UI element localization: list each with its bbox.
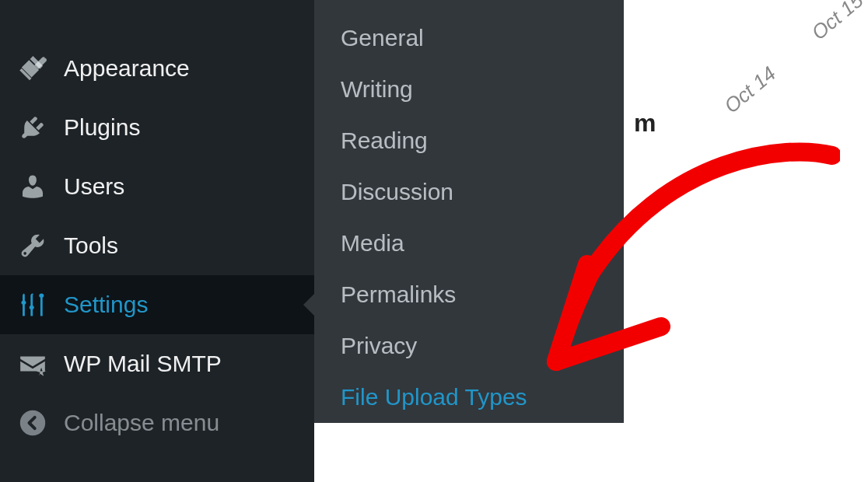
sidebar-label: WP Mail SMTP bbox=[64, 351, 222, 377]
appearance-icon bbox=[17, 53, 48, 84]
date-label: Oct 14 bbox=[719, 61, 781, 118]
sidebar-label: Tools bbox=[64, 232, 118, 259]
submenu-item-writing[interactable]: Writing bbox=[314, 64, 624, 115]
submenu-item-general[interactable]: General bbox=[314, 12, 624, 64]
svg-point-0 bbox=[20, 410, 45, 435]
sidebar-label: Plugins bbox=[64, 114, 140, 141]
settings-submenu: General Writing Reading Discussion Media… bbox=[314, 0, 624, 423]
sidebar-label: Appearance bbox=[64, 55, 190, 82]
submenu-item-discussion[interactable]: Discussion bbox=[314, 166, 624, 218]
submenu-item-reading[interactable]: Reading bbox=[314, 115, 624, 166]
submenu-item-permalinks[interactable]: Permalinks bbox=[314, 269, 624, 320]
settings-icon bbox=[17, 289, 48, 320]
submenu-item-privacy[interactable]: Privacy bbox=[314, 320, 624, 372]
date-label: Oct 15 bbox=[807, 0, 868, 45]
collapse-icon bbox=[17, 407, 48, 438]
users-icon bbox=[17, 171, 48, 202]
admin-sidebar: Appearance Plugins Users Tools Settings … bbox=[0, 0, 314, 482]
sidebar-item-users[interactable]: Users bbox=[0, 157, 314, 216]
tools-icon bbox=[17, 230, 48, 261]
plugins-icon bbox=[17, 112, 48, 143]
sidebar-item-collapse[interactable]: Collapse menu bbox=[0, 393, 314, 452]
sidebar-item-wpmailsmtp[interactable]: WP Mail SMTP bbox=[0, 334, 314, 393]
sidebar-label: Collapse menu bbox=[64, 410, 219, 436]
sidebar-item-settings[interactable]: Settings bbox=[0, 275, 314, 334]
submenu-item-file-upload-types[interactable]: File Upload Types bbox=[314, 372, 624, 423]
sidebar-label: Settings bbox=[64, 292, 148, 318]
sidebar-item-appearance[interactable]: Appearance bbox=[0, 39, 314, 98]
sidebar-label: Users bbox=[64, 173, 124, 200]
content-partial-text: m bbox=[634, 109, 656, 138]
sidebar-item-plugins[interactable]: Plugins bbox=[0, 98, 314, 157]
date-labels: Oct 14 Oct 15 bbox=[719, 0, 868, 118]
submenu-item-media[interactable]: Media bbox=[314, 218, 624, 269]
sidebar-item-tools[interactable]: Tools bbox=[0, 216, 314, 275]
mail-icon bbox=[17, 348, 48, 379]
